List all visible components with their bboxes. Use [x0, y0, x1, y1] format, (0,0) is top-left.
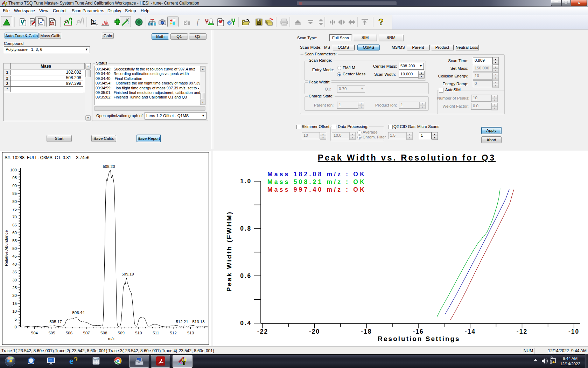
svg-text:505: 505 — [48, 331, 55, 335]
svg-text:15: 15 — [12, 301, 17, 306]
svg-text:20: 20 — [12, 293, 17, 298]
svg-text:80: 80 — [12, 199, 17, 204]
svg-text:S#: 10288 FULL: Q3MS CT: 0.8: S#: 10288 FULL: Q3MS CT: 0.81 3.74e6 — [5, 155, 90, 160]
svg-text:65: 65 — [12, 223, 17, 227]
svg-text:507: 507 — [83, 331, 90, 335]
svg-text:70: 70 — [12, 215, 17, 219]
svg-text:0.4: 0.4 — [240, 320, 252, 327]
svg-text:40: 40 — [12, 262, 17, 266]
svg-text:512.21: 512.21 — [176, 320, 188, 324]
svg-text:95: 95 — [12, 176, 17, 180]
svg-text:60: 60 — [12, 231, 17, 235]
svg-text:-16: -16 — [413, 328, 424, 335]
svg-text:-12: -12 — [517, 328, 527, 335]
svg-text:f: f — [197, 18, 200, 26]
svg-text:30: 30 — [12, 278, 17, 282]
svg-text:-14: -14 — [465, 328, 476, 335]
svg-text:-20: -20 — [309, 328, 320, 335]
svg-text:-22: -22 — [257, 328, 268, 335]
svg-text:25: 25 — [12, 286, 17, 290]
svg-text:506.44: 506.44 — [72, 311, 85, 315]
svg-text:Peak Width (FWHM): Peak Width (FWHM) — [225, 211, 233, 292]
svg-text:0.6: 0.6 — [240, 272, 252, 279]
svg-text:10: 10 — [12, 309, 17, 313]
svg-text:?: ? — [378, 17, 384, 27]
svg-text:90: 90 — [12, 184, 17, 188]
svg-text:-18: -18 — [361, 328, 372, 335]
svg-text:513: 513 — [187, 331, 194, 335]
svg-text:85: 85 — [12, 191, 17, 196]
svg-text:511: 511 — [153, 331, 159, 335]
svg-text:-10: -10 — [568, 328, 579, 335]
svg-text:45: 45 — [12, 254, 17, 258]
svg-text:508.20: 508.20 — [103, 164, 115, 169]
svg-text:1.0: 1.0 — [240, 178, 252, 185]
svg-text:513.13: 513.13 — [192, 320, 204, 324]
svg-text:510: 510 — [135, 331, 142, 335]
svg-text:5: 5 — [15, 317, 17, 321]
svg-text:509: 509 — [118, 331, 125, 335]
svg-text:50: 50 — [12, 246, 17, 251]
svg-text:505.17: 505.17 — [49, 320, 62, 324]
svg-text:m/z: m/z — [108, 336, 115, 341]
svg-text:Σ: Σ — [92, 19, 96, 25]
svg-text:55: 55 — [12, 239, 17, 243]
svg-text:100: 100 — [10, 168, 17, 172]
svg-text:0.8: 0.8 — [240, 225, 252, 232]
svg-text:504: 504 — [31, 331, 38, 335]
svg-text:Relative Abundance: Relative Abundance — [4, 230, 8, 266]
svg-text:Resolution Settings: Resolution Settings — [378, 335, 460, 342]
svg-text:512: 512 — [170, 331, 176, 335]
svg-text:508: 508 — [100, 331, 107, 335]
svg-text:35: 35 — [12, 270, 17, 274]
svg-text:Mass 508.21 m/z : OK: Mass 508.21 m/z : OK — [267, 178, 366, 185]
svg-text:Mass 997.40 m/z : OK: Mass 997.40 m/z : OK — [267, 186, 366, 193]
svg-text:506: 506 — [66, 331, 72, 335]
svg-text:75: 75 — [12, 207, 17, 211]
svg-text:e: e — [69, 356, 73, 366]
svg-text:0: 0 — [15, 325, 17, 329]
svg-text:Mass 182.08 m/z : OK: Mass 182.08 m/z : OK — [267, 171, 366, 178]
svg-text:509.19: 509.19 — [121, 272, 134, 276]
svg-text:!: ! — [554, 361, 555, 363]
svg-text:Peak Width vs. Resolution for: Peak Width vs. Resolution for Q3 — [318, 153, 496, 162]
